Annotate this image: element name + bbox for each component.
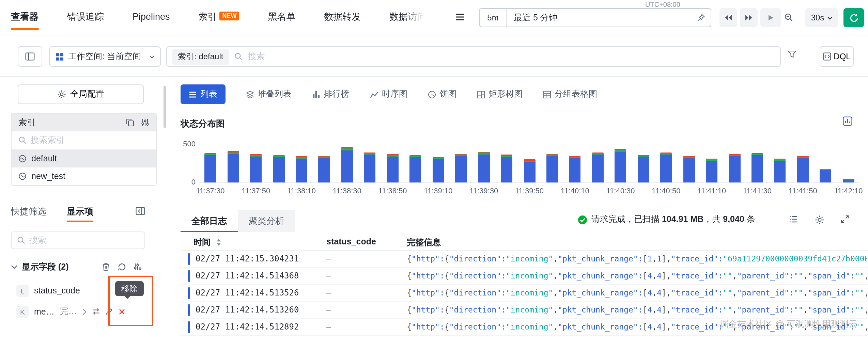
play-button[interactable] xyxy=(760,8,781,27)
row-status-indicator xyxy=(188,253,190,265)
chart-bar[interactable] xyxy=(432,157,444,182)
sliders-icon[interactable] xyxy=(141,118,149,127)
ranking-icon xyxy=(312,90,320,98)
chart-bar[interactable] xyxy=(387,154,399,182)
chart-bar[interactable] xyxy=(615,149,626,182)
chart-bar[interactable] xyxy=(797,156,809,182)
column-header-time[interactable]: 时间 xyxy=(193,237,211,248)
chart-bar[interactable] xyxy=(273,155,284,182)
global-config-button[interactable]: 全局配置 xyxy=(18,84,144,104)
sort-icon[interactable] xyxy=(216,238,221,246)
step-back-button[interactable] xyxy=(719,8,737,27)
view-settings-icon[interactable] xyxy=(789,215,798,223)
chart-bar[interactable] xyxy=(319,156,330,182)
chevron-right-icon[interactable] xyxy=(82,308,87,315)
field-search-input[interactable]: 搜索 xyxy=(11,231,145,249)
chart-bar[interactable] xyxy=(569,156,581,182)
nav-item-index[interactable]: 索引NEW xyxy=(199,0,239,33)
column-header-message[interactable]: 完整信息 xyxy=(407,237,441,248)
filter-icon[interactable] xyxy=(788,50,796,59)
view-list-button[interactable]: 列表 xyxy=(181,84,226,104)
time-shortcut[interactable]: 5m xyxy=(480,9,507,27)
chart-bar[interactable] xyxy=(524,160,535,182)
chart-bar[interactable] xyxy=(455,154,467,182)
chart-bar[interactable] xyxy=(227,151,239,182)
refresh-button[interactable] xyxy=(843,8,864,27)
chart-switch-icon[interactable] xyxy=(843,116,852,126)
nav-item-error-tracking[interactable]: 错误追踪 xyxy=(67,0,104,33)
index-search-input[interactable]: 搜索索引 xyxy=(12,131,156,150)
chart-bar[interactable] xyxy=(774,158,786,182)
chart-bar[interactable] xyxy=(410,155,421,182)
chart-bar[interactable] xyxy=(820,168,832,182)
chart-bar[interactable] xyxy=(683,156,695,182)
nav-item-pipelines[interactable]: Pipelines xyxy=(133,0,170,33)
chart-bar[interactable] xyxy=(729,154,740,182)
swap-field-icon[interactable] xyxy=(92,308,100,315)
fullscreen-icon[interactable] xyxy=(841,215,849,223)
time-range-picker[interactable]: 5m 最近 5 分钟 xyxy=(479,8,711,27)
tab-cluster-analysis[interactable]: 聚类分析 xyxy=(238,210,295,232)
chart-bar[interactable] xyxy=(364,152,376,182)
chart-bar[interactable] xyxy=(204,153,216,182)
view-ranking-button[interactable]: 排行榜 xyxy=(312,89,349,100)
adjust-fields-icon[interactable] xyxy=(134,263,142,271)
copy-icon[interactable] xyxy=(126,118,134,127)
pie-chart-icon xyxy=(428,90,436,98)
search-input[interactable]: 索引: default 搜索 xyxy=(166,46,781,67)
collapse-panel-icon[interactable] xyxy=(136,207,145,215)
index-item-default[interactable]: default xyxy=(12,150,156,167)
view-timeseries-button[interactable]: 时序图 xyxy=(370,89,407,100)
table-row[interactable]: 02/27 11:42:14.513526 – {"http":{"direct… xyxy=(181,285,868,302)
pin-icon[interactable] xyxy=(692,14,711,22)
time-range-value[interactable]: 最近 5 分钟 xyxy=(507,12,692,23)
chart-bar[interactable] xyxy=(637,155,649,182)
index-filter-chip[interactable]: 索引: default xyxy=(172,49,229,64)
cell-message: {"http":{"direction":"incoming","pkt_chu… xyxy=(407,254,867,263)
x-tick-label: 11:38:10 xyxy=(287,187,316,195)
collapse-sidebar-button[interactable] xyxy=(18,46,42,67)
table-row[interactable]: 02/27 11:42:14.513260 – {"http":{"direct… xyxy=(181,302,868,319)
view-treemap-button[interactable]: 矩形树图 xyxy=(477,89,523,100)
chart-bar[interactable] xyxy=(501,155,512,182)
chart-bar[interactable] xyxy=(706,158,717,182)
menu-icon[interactable] xyxy=(455,13,465,21)
nav-item-data-access[interactable]: 数据访问 xyxy=(390,0,427,33)
nav-item-data-forward[interactable]: 数据转发 xyxy=(324,0,361,33)
chart-bar[interactable] xyxy=(341,147,353,182)
step-forward-button[interactable] xyxy=(740,8,758,27)
index-item-new-test[interactable]: new_test xyxy=(12,167,156,185)
field-row-message[interactable]: K me… 完… xyxy=(11,303,157,320)
sidebar-scrollbar[interactable] xyxy=(164,86,166,128)
chevron-down-icon[interactable] xyxy=(11,265,18,269)
chart-bar[interactable] xyxy=(843,179,854,182)
chart-bar[interactable] xyxy=(592,153,604,182)
workspace-select[interactable]: 工作空间: 当前空间 xyxy=(49,46,161,67)
chart-bar[interactable] xyxy=(660,152,672,182)
nav-item-viewer[interactable]: 查看器 xyxy=(11,0,38,33)
column-header-status-code[interactable]: status_code xyxy=(326,237,376,246)
remove-field-icon[interactable] xyxy=(119,308,125,315)
table-row[interactable]: 02/27 11:42:14.514368 – {"http":{"direct… xyxy=(181,268,868,285)
chart-bar[interactable] xyxy=(478,152,490,182)
tab-quick-filters[interactable]: 快捷筛选 xyxy=(11,204,46,221)
chart-bar[interactable] xyxy=(546,154,558,182)
zoom-out-icon[interactable] xyxy=(784,13,793,22)
view-grouped-table-button[interactable]: 分组表格图 xyxy=(543,89,597,100)
view-stacked-list-button[interactable]: 堆叠列表 xyxy=(246,89,292,100)
table-row[interactable]: 02/27 11:42:15.304231 – {"http":{"direct… xyxy=(181,251,868,268)
edit-field-icon[interactable] xyxy=(106,308,113,315)
tab-display-items[interactable]: 显示项 xyxy=(67,204,93,221)
refresh-interval-select[interactable]: 30s xyxy=(805,8,838,27)
nav-item-blacklist[interactable]: 黑名单 xyxy=(268,0,296,33)
gear-icon[interactable] xyxy=(815,215,824,225)
dql-button[interactable]: DQL xyxy=(820,46,854,67)
new-badge: NEW xyxy=(220,12,239,20)
view-pie-button[interactable]: 饼图 xyxy=(428,89,456,100)
delete-fields-icon[interactable] xyxy=(102,263,110,271)
chart-bar[interactable] xyxy=(296,156,307,182)
tab-all-logs[interactable]: 全部日志 xyxy=(181,210,238,232)
chart-bar[interactable] xyxy=(250,154,262,182)
reset-fields-icon[interactable] xyxy=(118,263,126,271)
chart-bar[interactable] xyxy=(751,154,763,182)
